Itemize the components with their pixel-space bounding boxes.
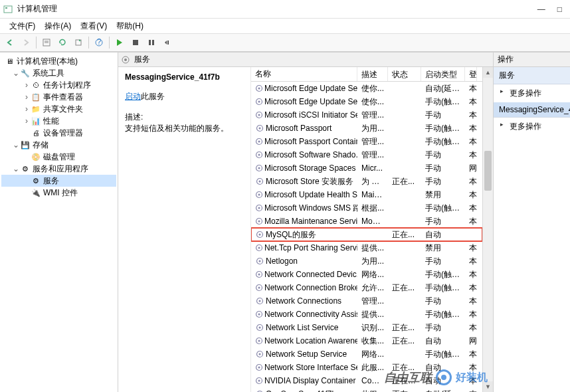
service-row[interactable]: Network Connectivity Assis...提供...手动(触发.… bbox=[251, 308, 482, 321]
properties-button[interactable] bbox=[39, 35, 54, 50]
col-logon[interactable]: 登 bbox=[465, 67, 477, 81]
start-service-link[interactable]: 启动 bbox=[125, 92, 141, 101]
service-desc: 管理... bbox=[357, 294, 388, 308]
menu-action[interactable]: 操作(A) bbox=[41, 19, 75, 33]
tree-shared-folders[interactable]: › 📁 共享文件夹 bbox=[1, 103, 116, 115]
tree-root[interactable]: 🖥 计算机管理(本地) bbox=[1, 55, 116, 67]
scroll-thumb[interactable] bbox=[484, 151, 492, 191]
service-row[interactable]: Microsoft Software Shado...管理...手动本 bbox=[251, 148, 482, 161]
service-logon: 本 bbox=[465, 122, 477, 136]
app-icon bbox=[3, 4, 13, 15]
tree-event-viewer[interactable]: › 📋 事件查看器 bbox=[1, 91, 116, 103]
expand-icon[interactable]: › bbox=[23, 92, 31, 102]
tree-services[interactable]: ⚙ 服务 bbox=[1, 175, 116, 187]
tree-label: 设备管理器 bbox=[43, 128, 83, 139]
service-row[interactable]: Microsoft Passport为用...手动(触发...本 bbox=[251, 122, 482, 135]
service-row[interactable]: Net.Tcp Port Sharing Service提供...禁用本 bbox=[251, 241, 482, 254]
service-row[interactable]: Netlogon为用...手动本 bbox=[251, 254, 482, 268]
back-button[interactable] bbox=[3, 35, 17, 50]
selected-service-name: MessagingService_41f7b bbox=[125, 72, 244, 82]
service-row[interactable]: Microsoft Edge Update Ser...使你...自动(延迟..… bbox=[251, 82, 482, 95]
menu-file[interactable]: 文件(F) bbox=[5, 19, 39, 33]
service-row[interactable]: Network Connection Broker允许...正在...手动(触发… bbox=[251, 281, 482, 294]
svg-text:?: ? bbox=[97, 38, 102, 47]
maximize-button[interactable]: □ bbox=[557, 5, 562, 14]
collapse-icon[interactable]: ⌄ bbox=[12, 164, 20, 173]
service-row[interactable]: Microsoft Storage Spaces S...Micr...手动网 bbox=[251, 161, 482, 175]
menu-view[interactable]: 查看(V) bbox=[76, 19, 111, 33]
tree-task-scheduler[interactable]: › ⏲ 任务计划程序 bbox=[1, 79, 116, 91]
service-row[interactable]: Microsoft Edge Update Ser...使你...手动(触发..… bbox=[251, 95, 482, 108]
service-row[interactable]: Mozilla Maintenance ServiceMozi...手动本 bbox=[251, 215, 482, 228]
tree-device-manager[interactable]: 🖨 设备管理器 bbox=[1, 127, 116, 139]
collapse-icon[interactable]: ⌄ bbox=[12, 140, 20, 149]
service-row[interactable]: Network Connections管理...手动本 bbox=[251, 294, 482, 308]
service-row[interactable]: Microsoft Passport Container管理...手动(触发..… bbox=[251, 135, 482, 148]
svg-point-37 bbox=[259, 234, 261, 236]
tree-label: 性能 bbox=[43, 116, 59, 127]
service-desc: 提供... bbox=[357, 308, 388, 322]
col-desc[interactable]: 描述 bbox=[357, 67, 388, 81]
service-row[interactable]: Network Connected Devic...网络...手动(触发...本 bbox=[251, 268, 482, 281]
gear-icon bbox=[255, 336, 263, 345]
stop-service-button[interactable] bbox=[128, 35, 143, 50]
scroll-up-button[interactable]: ▲ bbox=[483, 67, 493, 78]
tree-performance[interactable]: › 📊 性能 bbox=[1, 115, 116, 127]
restart-service-button[interactable] bbox=[160, 35, 175, 50]
collapse-icon[interactable]: ⌄ bbox=[12, 68, 20, 78]
export-button[interactable] bbox=[71, 35, 86, 50]
tree-system-tools[interactable]: ⌄ 🔧 系统工具 bbox=[1, 67, 116, 79]
service-status bbox=[388, 100, 421, 103]
service-logon: 网 bbox=[465, 334, 477, 348]
tree-storage[interactable]: ⌄ 💾 存储 bbox=[1, 139, 116, 151]
help-button[interactable]: ? bbox=[92, 35, 106, 50]
expand-icon[interactable]: › bbox=[23, 80, 31, 90]
service-row[interactable]: OneSyncSvc_41f7b此服...正在...自动(延迟...本 bbox=[251, 387, 482, 392]
service-start-type: 手动 bbox=[421, 294, 465, 308]
service-row[interactable]: Network Setup Service网络...手动(触发...本 bbox=[251, 347, 482, 361]
tree-services-apps[interactable]: ⌄ ⚙ 服务和应用程序 bbox=[1, 163, 116, 175]
tree-disk-mgmt[interactable]: 📀 磁盘管理 bbox=[1, 151, 116, 163]
menu-help[interactable]: 帮助(H) bbox=[112, 19, 147, 33]
disk-icon: 📀 bbox=[31, 151, 41, 162]
service-status bbox=[388, 153, 421, 156]
gear-icon bbox=[255, 376, 263, 385]
scroll-down-button[interactable]: ▼ bbox=[483, 381, 493, 392]
service-row[interactable]: Network List Service识别...正在...手动本 bbox=[251, 321, 482, 334]
gear-icon bbox=[255, 84, 263, 93]
service-row[interactable]: Network Store Interface Se...此服...正在...自… bbox=[251, 361, 482, 374]
service-status: 正在... bbox=[388, 361, 421, 375]
tree-label: 服务 bbox=[43, 175, 59, 187]
service-name: MySQL的服务 bbox=[266, 229, 316, 241]
service-row[interactable]: MySQL的服务正在...自动 bbox=[251, 228, 482, 241]
pause-service-button[interactable] bbox=[144, 35, 159, 50]
refresh-button[interactable] bbox=[55, 35, 70, 50]
service-status bbox=[388, 353, 421, 355]
svg-point-29 bbox=[258, 181, 260, 183]
more-actions-selected[interactable]: 更多操作 bbox=[494, 118, 570, 136]
service-row[interactable]: Network Location Awarene...收集...正在...自动网 bbox=[251, 334, 482, 347]
service-row[interactable]: NVIDIA Display Container LSCont...正在运行自动… bbox=[251, 374, 482, 387]
expand-icon[interactable]: › bbox=[23, 104, 31, 114]
gear-icon bbox=[255, 243, 263, 252]
start-service-button[interactable] bbox=[112, 35, 127, 50]
service-row[interactable]: Microsoft Update Health S...Main...禁用本 bbox=[251, 188, 482, 201]
forward-button[interactable] bbox=[19, 35, 33, 50]
service-row[interactable]: Microsoft Windows SMS 路...根据...手动(触发...本 bbox=[251, 201, 482, 215]
service-row[interactable]: Microsoft iSCSI Initiator Ser...管理...手动本 bbox=[251, 108, 482, 122]
more-actions-services[interactable]: 更多操作 bbox=[494, 84, 570, 102]
service-desc: Main... bbox=[357, 189, 388, 201]
minimize-button[interactable]: — bbox=[537, 5, 545, 14]
scroll-track[interactable] bbox=[483, 78, 493, 381]
service-row[interactable]: Microsoft Store 安装服务为 M...正在...手动本 bbox=[251, 175, 482, 188]
svg-rect-0 bbox=[4, 6, 12, 13]
vertical-scrollbar[interactable]: ▲ ▼ bbox=[482, 67, 493, 392]
service-name: Microsoft Windows SMS 路... bbox=[264, 203, 357, 214]
service-logon: 本 bbox=[465, 387, 477, 393]
expand-icon[interactable]: › bbox=[23, 116, 31, 126]
col-start[interactable]: 启动类型 bbox=[421, 67, 465, 81]
tree-wmi[interactable]: 🔌 WMI 控件 bbox=[1, 187, 116, 199]
col-status[interactable]: 状态 bbox=[388, 67, 421, 81]
col-name[interactable]: 名称 bbox=[251, 67, 357, 81]
folder-icon: 📁 bbox=[31, 104, 41, 114]
